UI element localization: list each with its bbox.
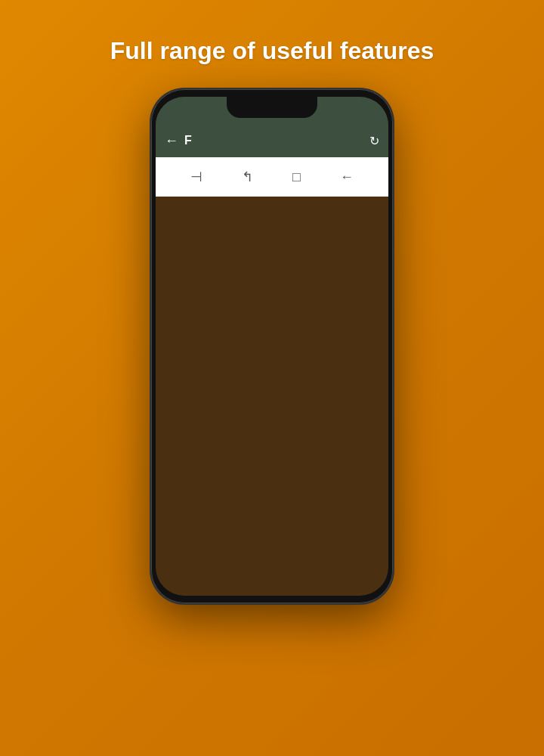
page-headline: Full range of useful features [80,36,465,65]
phone-frame: ← F ↻ Action ▣Device🔒Lock screen🔊Volume … [151,89,393,603]
bottom-nav: ⊣ ↰ □ ← [156,157,388,197]
phone-screen: ← F ↻ Action ▣Device🔒Lock screen🔊Volume … [156,97,388,596]
refresh-button[interactable]: ↻ [369,134,379,148]
nav-recent-icon[interactable]: ⊣ [190,169,202,185]
back-button[interactable]: ← [165,133,178,149]
notch [227,97,317,118]
app-bar: ← F ↻ [156,124,388,157]
nav-home-icon[interactable]: □ [292,169,301,185]
nav-back2-icon[interactable]: ↰ [242,169,253,185]
nav-back-icon[interactable]: ← [340,169,354,185]
app-bar-title: F [184,134,363,147]
